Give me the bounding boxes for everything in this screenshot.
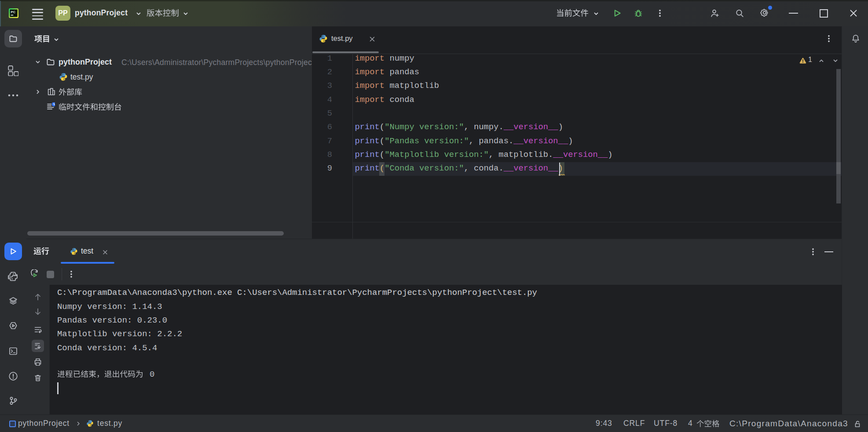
svg-text:PC: PC	[11, 10, 15, 14]
